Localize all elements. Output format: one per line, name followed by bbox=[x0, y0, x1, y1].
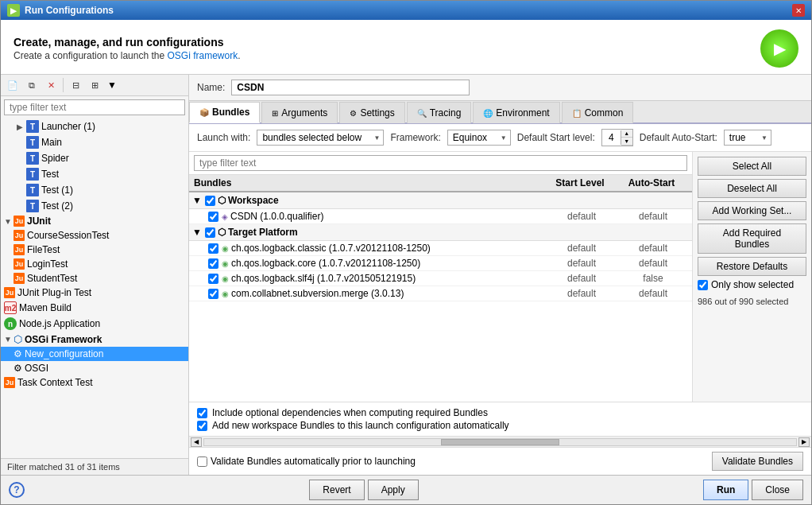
list-item[interactable]: Ju JUnit Plug-in Test bbox=[1, 286, 188, 300]
table-row[interactable]: ◉ ch.qos.logback.classic (1.0.7.v2012110… bbox=[189, 241, 692, 256]
platform-icon: ⬡ bbox=[218, 227, 226, 238]
tab-arguments[interactable]: ⊞ Arguments bbox=[261, 102, 338, 123]
list-item[interactable]: Ju FileTest bbox=[1, 243, 188, 257]
tree-item-label: JUnit bbox=[27, 216, 51, 227]
bundles-table: Bundles Start Level Auto-Start ▼ ⬡ Works… bbox=[189, 175, 692, 402]
list-item[interactable]: T Test (2) bbox=[1, 198, 188, 214]
default-auto-combo[interactable]: true bbox=[724, 130, 771, 146]
tree-item-label: Spider bbox=[41, 153, 69, 164]
table-row[interactable]: ◉ ch.qos.logback.slf4j (1.0.7.v201505121… bbox=[189, 271, 692, 286]
tab-tracing[interactable]: 🔍 Tracing bbox=[407, 102, 472, 123]
launch-with-label: Launch with: bbox=[197, 132, 250, 143]
scrollbar-thumb[interactable] bbox=[441, 439, 559, 445]
include-optional-checkbox[interactable] bbox=[197, 408, 207, 418]
add-workspace-checkbox[interactable] bbox=[197, 421, 207, 431]
revert-button[interactable]: Revert bbox=[309, 480, 364, 500]
osgi-link[interactable]: OSGi framework bbox=[167, 50, 238, 61]
help-button[interactable]: ? bbox=[9, 482, 25, 498]
bundle-auto: false bbox=[617, 273, 689, 284]
scrollbar-track[interactable] bbox=[203, 438, 797, 446]
scroll-left-button[interactable]: ◀ bbox=[191, 437, 202, 447]
new-config-button[interactable]: 📄 bbox=[4, 76, 21, 94]
add-working-set-button[interactable]: Add Working Set... bbox=[698, 201, 806, 220]
filter-status: Filter matched 31 of 31 items bbox=[7, 462, 120, 472]
name-input[interactable] bbox=[231, 80, 470, 95]
spinner-buttons[interactable]: ▲ ▼ bbox=[621, 130, 632, 146]
default-start-spinner[interactable]: 4 ▲ ▼ bbox=[601, 129, 633, 146]
tab-bundles[interactable]: 📦 Bundles bbox=[189, 102, 260, 123]
left-filter-input[interactable] bbox=[4, 99, 185, 115]
bundle-checkbox[interactable] bbox=[208, 243, 218, 254]
scroll-right-button[interactable]: ▶ bbox=[798, 437, 810, 447]
list-item[interactable]: ▼ ⬡ OSGi Framework bbox=[1, 332, 188, 347]
collapse-button[interactable]: ⊟ bbox=[67, 76, 84, 94]
tree-item-label: Node.js Application bbox=[19, 318, 100, 329]
list-item[interactable]: ▶ T Launcher (1) bbox=[1, 118, 188, 134]
bundles-filter-input[interactable] bbox=[194, 155, 687, 171]
tab-settings[interactable]: ⚙ Settings bbox=[339, 102, 404, 123]
only-show-selected-checkbox[interactable] bbox=[698, 280, 708, 290]
run-button[interactable]: Run bbox=[703, 480, 748, 500]
list-item[interactable]: m2 Maven Build bbox=[1, 300, 188, 316]
group-row-workspace[interactable]: ▼ ⬡ Workspace bbox=[189, 192, 692, 209]
list-item[interactable]: ▼ Ju JUnit bbox=[1, 214, 188, 228]
spinner-up[interactable]: ▲ bbox=[621, 130, 632, 138]
filter-button[interactable]: ⊞ bbox=[86, 76, 103, 94]
tree-area: ▶ T Launcher (1) T Main T Spider bbox=[1, 118, 188, 458]
j-icon: Ju bbox=[4, 287, 15, 298]
validate-button[interactable]: Validate Bundles bbox=[712, 452, 803, 471]
default-start-label: Default Start level: bbox=[517, 132, 595, 143]
duplicate-button[interactable]: ⧉ bbox=[23, 76, 41, 94]
tree-item-label: StudentTest bbox=[27, 273, 77, 284]
list-item[interactable]: Ju Task Context Test bbox=[1, 375, 188, 390]
tab-common[interactable]: 📋 Common bbox=[562, 102, 634, 123]
restore-defaults-button[interactable]: Restore Defaults bbox=[698, 257, 806, 276]
list-item[interactable]: Ju LoginTest bbox=[1, 257, 188, 271]
list-item[interactable]: ⚙ OSGI bbox=[1, 361, 188, 375]
bundle-checkbox[interactable] bbox=[208, 289, 218, 299]
main-area: 📄 ⧉ ✕ ⊟ ⊞ ▼ ▶ T Launcher (1) bbox=[1, 75, 811, 475]
close-window-button[interactable]: ✕ bbox=[792, 4, 805, 17]
tab-environment[interactable]: 🌐 Environment bbox=[473, 102, 559, 123]
list-item[interactable]: T Spider bbox=[1, 150, 188, 166]
n-icon: n bbox=[4, 317, 17, 330]
list-item[interactable]: T Main bbox=[1, 134, 188, 150]
list-item[interactable]: n Node.js Application bbox=[1, 316, 188, 332]
select-all-button[interactable]: Select All bbox=[698, 157, 806, 176]
group-checkbox[interactable] bbox=[205, 196, 215, 206]
validate-checkbox[interactable] bbox=[197, 456, 207, 467]
bundle-checkbox[interactable] bbox=[208, 258, 218, 269]
deselect-all-button[interactable]: Deselect All bbox=[698, 179, 806, 198]
group-checkbox[interactable] bbox=[205, 227, 215, 238]
table-row[interactable]: ◉ com.collabnet.subversion.merge (3.0.13… bbox=[189, 286, 692, 301]
tree-item-label: CourseSessionTest bbox=[27, 230, 109, 241]
add-required-button[interactable]: Add Required Bundles bbox=[698, 223, 806, 254]
list-item[interactable]: T Test bbox=[1, 166, 188, 182]
bundles-tab-icon: 📦 bbox=[199, 108, 209, 117]
table-row[interactable]: ◈ CSDN (1.0.0.qualifier) default default bbox=[189, 209, 692, 224]
col-bundle-header: Bundles bbox=[194, 177, 544, 188]
tab-content: Launch with: bundles selected below Fram… bbox=[189, 124, 811, 475]
group-row-target[interactable]: ▼ ⬡ Target Platform bbox=[189, 224, 692, 241]
close-button[interactable]: Close bbox=[752, 480, 803, 500]
bundle-label: CSDN (1.0.0.qualifier) bbox=[230, 211, 323, 222]
spinner-down[interactable]: ▼ bbox=[621, 138, 632, 146]
list-item[interactable]: ⚙ New_configuration bbox=[1, 347, 188, 361]
table-row[interactable]: ◉ ch.qos.logback.core (1.0.7.v20121108-1… bbox=[189, 256, 692, 271]
list-item[interactable]: Ju StudentTest bbox=[1, 271, 188, 286]
tree-item-label: OSGI bbox=[25, 363, 48, 374]
tree-item-label: Task Context Test bbox=[17, 377, 93, 388]
tree-item-label: LoginTest bbox=[27, 258, 68, 270]
bundle-checkbox[interactable] bbox=[208, 274, 218, 284]
bundle-checkbox[interactable] bbox=[208, 212, 218, 222]
list-item[interactable]: T Test (1) bbox=[1, 182, 188, 198]
apply-button[interactable]: Apply bbox=[368, 480, 419, 500]
framework-combo[interactable]: Equinox bbox=[447, 130, 511, 146]
j-icon: Ju bbox=[14, 244, 25, 255]
view-menu-dropdown[interactable]: ▼ bbox=[105, 79, 119, 91]
horizontal-scrollbar[interactable]: ◀ ▶ bbox=[189, 436, 811, 447]
delete-button[interactable]: ✕ bbox=[42, 76, 60, 94]
launch-with-combo[interactable]: bundles selected below bbox=[257, 130, 384, 146]
app-icon: ▶ bbox=[7, 4, 20, 17]
list-item[interactable]: Ju CourseSessionTest bbox=[1, 228, 188, 243]
